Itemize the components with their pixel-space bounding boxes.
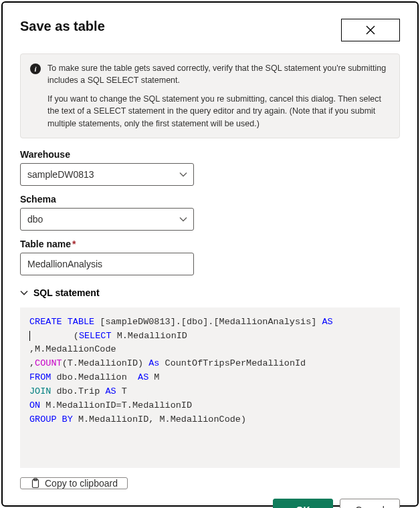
sql-text: T bbox=[116, 386, 127, 396]
sql-text: M.MedallionID, M.MedallionCode) bbox=[73, 414, 246, 424]
schema-label: Schema bbox=[20, 194, 400, 205]
sql-kw: SELECT bbox=[79, 331, 112, 341]
sql-text: (T.MedallionID) bbox=[62, 358, 149, 368]
chevron-down-icon bbox=[20, 290, 28, 295]
schema-select[interactable]: dbo bbox=[20, 208, 194, 231]
sql-kw: COUNT bbox=[35, 358, 62, 368]
clipboard-icon bbox=[30, 478, 39, 489]
sql-kw: GROUP BY bbox=[29, 414, 73, 424]
sql-statement-toggle[interactable]: SQL statement bbox=[20, 287, 400, 298]
sql-text: M.MedallionID bbox=[112, 331, 187, 341]
sql-text: ( bbox=[30, 331, 79, 341]
sql-kw: AS bbox=[138, 372, 148, 382]
close-button[interactable] bbox=[341, 19, 400, 41]
warehouse-value: sampleDW0813 bbox=[27, 169, 94, 180]
sql-text: , bbox=[29, 358, 35, 368]
sql-text: M.MedallionID=T.MedallionID bbox=[40, 400, 192, 410]
sql-kw: FROM bbox=[29, 372, 51, 382]
sql-text: ,M.MedallionCode bbox=[29, 344, 116, 354]
info-icon: i bbox=[30, 64, 41, 74]
dialog-header: Save as table bbox=[20, 19, 400, 41]
info-text: To make sure the table gets saved correc… bbox=[47, 62, 390, 130]
sql-text: CountOfTripsPerMedallionId bbox=[165, 358, 306, 368]
table-name-label: Table name* bbox=[20, 239, 400, 249]
copy-label: Copy to clipboard bbox=[45, 478, 118, 489]
sql-text: dbo.Trip bbox=[51, 386, 105, 396]
sql-statement-box[interactable]: CREATE TABLE [sampleDW0813].[dbo].[Medal… bbox=[20, 307, 400, 468]
sql-kw: ON bbox=[29, 400, 40, 410]
save-as-table-dialog: Save as table i To make sure the table g… bbox=[1, 1, 419, 507]
warehouse-label: Warehouse bbox=[20, 149, 400, 160]
info-paragraph-1: To make sure the table gets saved correc… bbox=[47, 62, 390, 86]
sql-kw: AS bbox=[105, 386, 116, 396]
dialog-footer: OK Cancel bbox=[20, 499, 400, 508]
sql-text: dbo.Medallion bbox=[51, 372, 138, 382]
schema-value: dbo bbox=[27, 214, 43, 225]
table-name-input[interactable] bbox=[20, 253, 194, 275]
required-marker: * bbox=[72, 239, 76, 249]
warehouse-group: Warehouse sampleDW0813 bbox=[20, 149, 400, 186]
sql-kw: As bbox=[148, 358, 165, 368]
ok-button[interactable]: OK bbox=[273, 499, 333, 508]
table-name-group: Table name* bbox=[20, 239, 400, 275]
sql-kw: CREATE TABLE bbox=[29, 317, 94, 327]
copy-to-clipboard-button[interactable]: Copy to clipboard bbox=[20, 477, 128, 489]
cancel-button[interactable]: Cancel bbox=[340, 499, 400, 508]
sql-kw: JOIN bbox=[29, 386, 51, 396]
dialog-title: Save as table bbox=[20, 19, 105, 34]
warehouse-select[interactable]: sampleDW0813 bbox=[20, 163, 194, 186]
info-box: i To make sure the table gets saved corr… bbox=[20, 53, 400, 138]
close-icon bbox=[365, 25, 376, 35]
sql-text: M bbox=[148, 372, 159, 382]
table-name-label-text: Table name bbox=[20, 239, 71, 249]
schema-group: Schema dbo bbox=[20, 194, 400, 231]
sql-text: [sampleDW0813].[dbo].[MedallionAnalysis] bbox=[94, 317, 322, 327]
info-paragraph-2: If you want to change the SQL statement … bbox=[47, 93, 390, 129]
sql-kw: AS bbox=[322, 317, 332, 327]
sql-statement-label: SQL statement bbox=[33, 287, 100, 298]
